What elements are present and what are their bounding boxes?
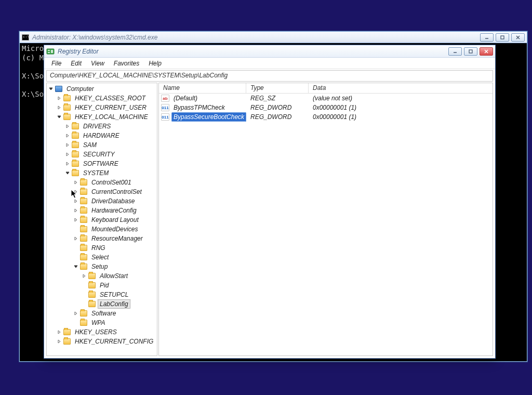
tree-node-label[interactable]: Computer <box>64 84 96 94</box>
tree-node-label[interactable]: SECURITY <box>81 150 117 159</box>
tree-node[interactable]: HARDWARE <box>47 131 157 140</box>
tree-node[interactable]: Setup <box>47 262 157 271</box>
tree-node-label[interactable]: Pid <box>98 281 111 290</box>
tree-node-label[interactable]: HardwareConfig <box>89 206 139 215</box>
tree-node[interactable]: Select <box>47 253 157 262</box>
cmd-titlebar[interactable]: Administrator: X:\windows\system32\cmd.e… <box>20 32 527 43</box>
tree-node-label[interactable]: Keyboard Layout <box>89 215 141 225</box>
tree-node[interactable]: DRIVERS <box>47 122 157 131</box>
tree-node[interactable]: ResourceManager <box>47 234 157 243</box>
tree-node[interactable]: AllowStart <box>47 271 157 281</box>
tree-node-label[interactable]: SYSTEM <box>81 168 111 178</box>
tree-node-label[interactable]: Select <box>89 253 111 262</box>
tree-node[interactable]: HKEY_LOCAL_MACHINE <box>47 112 157 122</box>
tree-node[interactable]: Computer <box>47 84 157 94</box>
values-header[interactable]: Name Type Data <box>159 83 493 94</box>
tree-node[interactable]: CurrentControlSet <box>47 187 157 196</box>
tree-node-label[interactable]: DriverDatabase <box>89 196 137 206</box>
tree-node[interactable]: RNG <box>47 243 157 253</box>
tree-node[interactable]: Keyboard Layout <box>47 215 157 225</box>
chevron-right-icon[interactable] <box>64 151 71 157</box>
tree-node-label[interactable]: HKEY_USERS <box>73 327 119 337</box>
tree-node[interactable]: SAM <box>47 140 157 150</box>
chevron-right-icon[interactable] <box>73 207 79 214</box>
tree-node[interactable]: SYSTEM <box>47 168 157 178</box>
regedit-minimize-button[interactable] <box>448 47 462 56</box>
address-bar[interactable]: Computer\HKEY_LOCAL_MACHINE\SYSTEM\Setup… <box>46 70 493 82</box>
tree-node[interactable]: ControlSet001 <box>47 178 157 187</box>
column-type[interactable]: Type <box>246 83 309 93</box>
chevron-down-icon[interactable] <box>56 114 62 120</box>
chevron-right-icon[interactable] <box>73 310 79 317</box>
tree-node-label[interactable]: Software <box>89 309 118 318</box>
regedit-titlebar[interactable]: Registry Editor <box>44 45 495 58</box>
tree-node-label[interactable]: WPA <box>89 318 107 327</box>
tree-node[interactable]: HardwareConfig <box>47 206 157 215</box>
tree-node[interactable]: HKEY_CLASSES_ROOT <box>47 94 157 103</box>
tree-node[interactable]: Pid <box>47 281 157 290</box>
column-data[interactable]: Data <box>309 83 493 93</box>
chevron-right-icon[interactable] <box>64 123 71 129</box>
tree-node[interactable]: SECURITY <box>47 150 157 159</box>
column-name[interactable]: Name <box>159 83 246 93</box>
tree-node-label[interactable]: SOFTWARE <box>81 159 121 168</box>
tree-node-label[interactable]: Setup <box>89 262 110 271</box>
chevron-down-icon[interactable] <box>48 86 54 92</box>
tree-node[interactable]: WPA <box>47 318 157 327</box>
chevron-right-icon[interactable] <box>81 273 87 279</box>
menu-favorites[interactable]: Favorites <box>110 59 143 68</box>
tree-node[interactable]: SOFTWARE <box>47 159 157 168</box>
tree-node-label[interactable]: ResourceManager <box>89 234 145 243</box>
menu-view[interactable]: View <box>87 59 109 68</box>
tree-node-label[interactable]: SETUPCL <box>98 290 130 299</box>
chevron-right-icon[interactable] <box>73 198 79 204</box>
chevron-right-icon[interactable] <box>64 161 71 167</box>
menu-help[interactable]: Help <box>144 59 166 68</box>
tree-node[interactable]: LabConfig <box>47 299 157 309</box>
tree-node-label[interactable]: HKEY_CURRENT_CONFIG <box>73 337 155 346</box>
chevron-down-icon[interactable] <box>73 264 79 270</box>
tree-node-label[interactable]: HKEY_CURRENT_USER <box>73 103 149 112</box>
chevron-right-icon[interactable] <box>73 235 79 242</box>
regedit-close-button[interactable] <box>480 47 493 56</box>
values-pane[interactable]: Name Type Data ab(Default)REG_SZ(value n… <box>158 83 493 356</box>
tree-pane[interactable]: ComputerHKEY_CLASSES_ROOTHKEY_CURRENT_US… <box>46 83 157 356</box>
chevron-right-icon[interactable] <box>56 338 62 345</box>
tree-node-label[interactable]: DRIVERS <box>81 122 113 131</box>
tree-node-label[interactable]: HARDWARE <box>81 131 122 140</box>
chevron-down-icon[interactable] <box>64 170 71 176</box>
chevron-right-icon[interactable] <box>73 189 79 195</box>
menu-edit[interactable]: Edit <box>66 59 86 68</box>
tree-node-label[interactable]: HKEY_CLASSES_ROOT <box>73 94 148 103</box>
tree-node-label[interactable]: HKEY_LOCAL_MACHINE <box>73 112 150 122</box>
regedit-maximize-button[interactable] <box>464 47 477 56</box>
tree-node-label[interactable]: SAM <box>81 140 99 150</box>
chevron-right-icon[interactable] <box>73 217 79 223</box>
tree-node[interactable]: DriverDatabase <box>47 196 157 206</box>
chevron-right-icon[interactable] <box>56 95 62 101</box>
cmd-minimize-button[interactable] <box>480 33 494 42</box>
menu-file[interactable]: File <box>47 59 65 68</box>
value-row[interactable]: 011BypassSecureBootCheckREG_DWORD0x00000… <box>159 112 493 122</box>
chevron-right-icon[interactable] <box>56 329 62 335</box>
cmd-close-button[interactable] <box>511 33 525 42</box>
tree-node-label[interactable]: CurrentControlSet <box>89 187 144 196</box>
value-row[interactable]: ab(Default)REG_SZ(value not set) <box>159 94 493 103</box>
cmd-maximize-button[interactable] <box>496 33 509 42</box>
chevron-right-icon[interactable] <box>73 179 79 186</box>
chevron-right-icon[interactable] <box>56 104 62 111</box>
tree-node-label[interactable]: AllowStart <box>98 271 130 281</box>
chevron-right-icon[interactable] <box>64 142 71 148</box>
chevron-right-icon[interactable] <box>64 133 71 139</box>
tree-node-label[interactable]: RNG <box>89 243 108 253</box>
tree-node-label[interactable]: MountedDevices <box>89 225 140 234</box>
tree-node[interactable]: HKEY_CURRENT_CONFIG <box>47 337 157 346</box>
tree-node-label[interactable]: ControlSet001 <box>89 178 134 187</box>
tree-node-label[interactable]: LabConfig <box>98 299 130 309</box>
tree-node[interactable]: HKEY_USERS <box>47 327 157 337</box>
tree-node[interactable]: SETUPCL <box>47 290 157 299</box>
tree-node[interactable]: Software <box>47 309 157 318</box>
value-row[interactable]: 011BypassTPMCheckREG_DWORD0x00000001 (1) <box>159 103 493 112</box>
tree-node[interactable]: HKEY_CURRENT_USER <box>47 103 157 112</box>
tree-node[interactable]: MountedDevices <box>47 225 157 234</box>
